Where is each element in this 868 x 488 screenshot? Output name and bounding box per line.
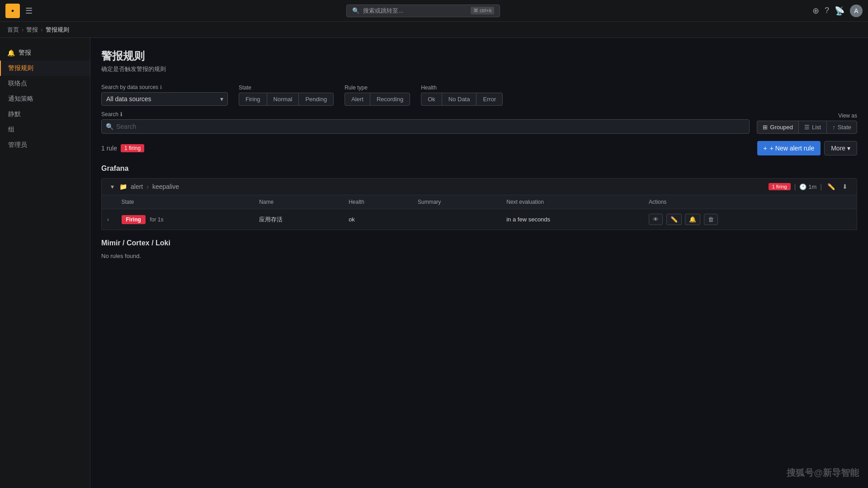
state-btn-group: Firing Normal Pending bbox=[239, 93, 334, 106]
page-title: 警报规则 bbox=[101, 49, 857, 63]
expand-row-btn[interactable]: › bbox=[107, 216, 109, 223]
health-error-btn[interactable]: Error bbox=[476, 93, 503, 106]
silence-rule-btn[interactable]: 🔔 bbox=[685, 214, 700, 225]
delete-rule-btn[interactable]: 🗑 bbox=[704, 214, 718, 225]
avatar[interactable]: A bbox=[850, 5, 863, 17]
view-as-state-btn[interactable]: ↑ State bbox=[826, 121, 857, 134]
add-icon[interactable]: ⊕ bbox=[812, 6, 819, 16]
rule-type-btn-group: Alert Recording bbox=[344, 93, 410, 106]
datasource-select-wrapper: All data sources bbox=[101, 92, 228, 106]
rule-group-header: ▾ 📁 alert › keepalive 1 firing | 🕐 1m | … bbox=[101, 178, 857, 195]
td-name: 应用存活 bbox=[254, 209, 343, 230]
clock-icon: 🕐 bbox=[799, 183, 807, 190]
help-icon[interactable]: ? bbox=[825, 6, 829, 15]
view-as-list-btn[interactable]: ☰ List bbox=[798, 121, 826, 134]
sidebar: 🔔 警报 警报规则 联络点 通知策略 静默 组 管理员 bbox=[0, 38, 90, 488]
state-filter: State Firing Normal Pending bbox=[239, 84, 334, 106]
interval-badge: 🕐 1m bbox=[799, 183, 816, 190]
toolbar-actions: + + New alert rule More ▾ bbox=[757, 141, 857, 155]
td-summary bbox=[412, 209, 501, 230]
health-filter: Health Ok No Data Error bbox=[421, 84, 503, 106]
state-normal-btn[interactable]: Normal bbox=[267, 93, 299, 106]
sidebar-item-notification-policies[interactable]: 通知策略 bbox=[0, 91, 90, 107]
rule-group-name: keepalive bbox=[152, 183, 179, 190]
rule-type-alert-btn[interactable]: Alert bbox=[344, 93, 370, 106]
search-icon: 🔍 bbox=[352, 7, 359, 14]
info-icon: ℹ bbox=[160, 84, 162, 90]
for-text: for 1s bbox=[150, 216, 163, 223]
search-placeholder: 搜索或跳转至... bbox=[363, 7, 403, 15]
topbar: ☰ 🔍 搜索或跳转至... ⌘ ctrl+k ⊕ ? 📡 A bbox=[0, 0, 868, 22]
view-rule-btn[interactable]: 👁 bbox=[649, 214, 663, 225]
search-input[interactable] bbox=[101, 119, 750, 134]
export-group-btn[interactable]: ⬇ bbox=[840, 182, 849, 191]
table-row: › Firing for 1s 应用存活 ok in a few seconds… bbox=[102, 209, 857, 230]
list-icon: ☰ bbox=[804, 124, 810, 131]
health-no-data-btn[interactable]: No Data bbox=[442, 93, 476, 106]
app-logo[interactable] bbox=[5, 4, 20, 18]
th-name: Name bbox=[254, 195, 343, 209]
breadcrumb: 首页 › 警报 › 警报规则 bbox=[0, 22, 868, 38]
mimir-group-title: Mimir / Cortex / Loki bbox=[101, 237, 857, 249]
group-firing-badge: 1 firing bbox=[769, 183, 791, 190]
health-ok-btn[interactable]: Ok bbox=[421, 93, 442, 106]
td-health: ok bbox=[343, 209, 412, 230]
rule-group-right: 1 firing | 🕐 1m | ✏️ ⬇ bbox=[769, 182, 849, 191]
state-firing-btn[interactable]: Firing bbox=[239, 93, 267, 106]
rule-type-recording-btn[interactable]: Recording bbox=[370, 93, 410, 106]
breadcrumb-sep-group: › bbox=[146, 183, 149, 190]
th-next-eval: Next evaluation bbox=[501, 195, 643, 209]
view-as-label: View as bbox=[838, 113, 857, 119]
state-label: State bbox=[239, 84, 334, 91]
topbar-right: ⊕ ? 📡 A bbox=[812, 5, 863, 17]
rule-count-row: 1 rule 1 firing + + New alert rule More … bbox=[101, 141, 857, 155]
th-expand bbox=[102, 195, 116, 209]
datasource-label: Search by data sources ℹ bbox=[101, 84, 228, 90]
folder-name: alert bbox=[131, 183, 143, 190]
sep-1: | bbox=[794, 183, 796, 190]
mimir-section: Mimir / Cortex / Loki No rules found. bbox=[101, 237, 857, 259]
sidebar-item-admin[interactable]: 管理员 bbox=[0, 137, 90, 153]
main-content: 警报规则 确定是否触发警报的规则 Search by data sources … bbox=[90, 38, 868, 488]
td-actions: 👁 ✏️ 🔔 🗑 bbox=[643, 209, 857, 230]
td-next-eval: in a few seconds bbox=[501, 209, 643, 230]
th-actions: Actions bbox=[643, 195, 857, 209]
datasource-filter: Search by data sources ℹ All data source… bbox=[101, 84, 228, 106]
rules-table: State Name Health Summary Next evaluatio… bbox=[101, 195, 857, 230]
more-button[interactable]: More ▾ bbox=[824, 141, 857, 155]
rule-type-filter: Rule type Alert Recording bbox=[344, 84, 410, 106]
collapse-btn[interactable]: ▾ bbox=[109, 182, 116, 191]
td-state: Firing for 1s bbox=[116, 209, 254, 230]
grafana-group-section: Grafana ▾ 📁 alert › keepalive 1 firing |… bbox=[101, 163, 857, 230]
search-input-wrap: 🔍 bbox=[101, 119, 750, 134]
search-info-icon: ℹ bbox=[120, 111, 123, 117]
breadcrumb-sep-2: › bbox=[41, 26, 42, 33]
sidebar-item-contact-points[interactable]: 联络点 bbox=[0, 76, 90, 91]
sidebar-item-alert-rules[interactable]: 警报规则 bbox=[0, 61, 90, 76]
datasource-select[interactable]: All data sources bbox=[101, 92, 228, 106]
health-btn-group: Ok No Data Error bbox=[421, 93, 503, 106]
new-alert-rule-button[interactable]: + + New alert rule bbox=[757, 141, 821, 155]
news-icon[interactable]: 📡 bbox=[835, 6, 844, 16]
search-shortcut: ⌘ ctrl+k bbox=[471, 7, 495, 14]
state-pending-btn[interactable]: Pending bbox=[298, 93, 334, 106]
breadcrumb-alerts[interactable]: 警报 bbox=[26, 26, 38, 34]
rule-count: 1 rule 1 firing bbox=[101, 144, 144, 152]
topbar-left: ☰ bbox=[5, 4, 34, 18]
edit-rule-btn[interactable]: ✏️ bbox=[666, 214, 682, 225]
view-as-grouped-btn[interactable]: ⊞ Grouped bbox=[757, 121, 798, 134]
sidebar-item-silence[interactable]: 静默 bbox=[0, 107, 90, 122]
hamburger-icon[interactable]: ☰ bbox=[24, 4, 34, 18]
search-group: Search ℹ 🔍 bbox=[101, 111, 750, 134]
page-subtitle: 确定是否触发警报的规则 bbox=[101, 65, 857, 73]
sidebar-item-group[interactable]: 组 bbox=[0, 122, 90, 137]
search-label: Search ℹ bbox=[101, 111, 750, 117]
global-search[interactable]: 🔍 搜索或跳转至... ⌘ ctrl+k bbox=[346, 5, 500, 17]
search-row: Search ℹ 🔍 View as ⊞ Grouped ☰ bbox=[101, 111, 857, 134]
view-as-group: View as ⊞ Grouped ☰ List ↑ State bbox=[757, 113, 857, 134]
breadcrumb-current: 警报规则 bbox=[46, 26, 69, 34]
rule-count-text: 1 rule bbox=[101, 145, 117, 152]
rule-type-label: Rule type bbox=[344, 84, 410, 91]
breadcrumb-home[interactable]: 首页 bbox=[7, 26, 19, 34]
edit-group-btn[interactable]: ✏️ bbox=[826, 182, 837, 191]
